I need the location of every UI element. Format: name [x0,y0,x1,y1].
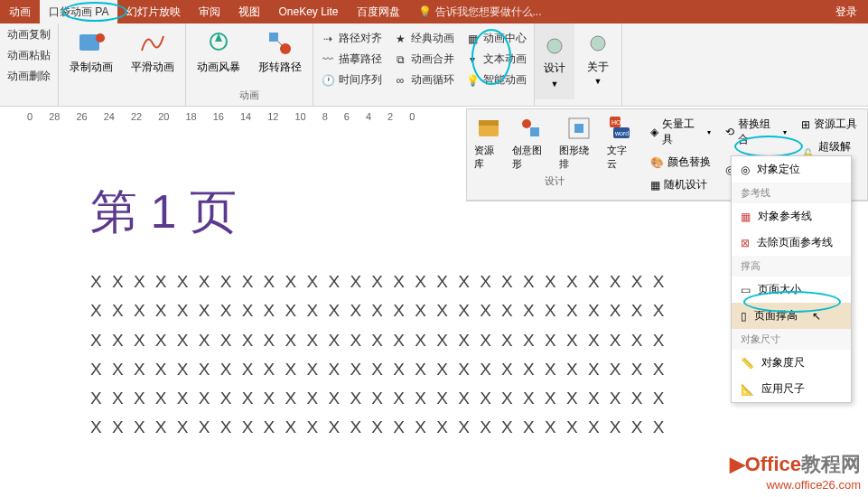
ruler-icon: 📐 [741,383,754,396]
dd-apply-ruler[interactable]: 📐应用尺子 [732,376,851,402]
circle-icon [583,29,612,58]
slide-body: X X X X X X X X X X X X X X X X X X X X … [90,326,777,355]
target-icon: ◎ [741,164,750,176]
replace-icon: ⟲ [725,126,734,138]
btn-storm-label: 动画风暴 [197,60,240,75]
btn-merge[interactable]: ⧉动画合并 [393,52,454,67]
grp-record: 录制动画 平滑动画 [59,23,186,106]
stretch-icon: ▯ [741,310,747,323]
chevron-down-icon: ▼ [551,80,559,89]
btn-design[interactable]: 设计 ▼ [535,23,574,99]
chevron-down-icon: ▾ [707,128,711,136]
btn-vector[interactable]: ◈矢量工具▾ [650,115,711,149]
text-icon: ▾ [465,52,480,67]
btn-smart[interactable]: 💡智能动画 [465,72,527,88]
dd-object-pos[interactable]: ◎对象定位 [732,156,851,183]
cursor-icon: ↖ [812,310,821,323]
storm-icon [204,29,233,58]
btn-smooth-label: 平滑动画 [131,60,174,75]
btn-path-label: 形转路径 [258,60,302,75]
trace-icon: 〰 [321,52,335,67]
svg-point-1 [96,33,105,42]
grp-tools: ⇢路径对齐 〰描摹路径 🕐时间序列 ★经典动画 ⧉动画合并 ∞动画循环 ▦动画中… [313,23,535,106]
tab-view[interactable]: 视图 [229,0,269,23]
btn-path-align[interactable]: ⇢路径对齐 [321,31,382,46]
btn-storm[interactable]: 动画风暴 [193,27,244,77]
svg-rect-10 [530,127,539,136]
dd-header-stretch: 撑高 [732,256,851,277]
random-icon: ▦ [650,179,660,192]
center-icon: ▦ [465,32,480,46]
btn-wordcloud[interactable]: HOTword文字云 [607,115,636,171]
wm-logo-icon: ▶ [730,453,745,475]
btn-resource[interactable]: ⊞资源工具 [801,115,857,134]
ruler-icon: 📏 [741,357,754,370]
btn-center[interactable]: ▦动画中心 [465,31,527,46]
btn-paste-anim[interactable]: 动画粘贴 [7,48,51,63]
align-icon: ⇢ [321,32,335,46]
btn-about[interactable]: 关于 ▼ [574,23,621,99]
slide-body: X X X X X X X X X X X X X X X X X X X X … [90,355,777,384]
svg-text:HOT: HOT [611,119,626,126]
palette-icon: 🎨 [650,156,664,169]
slide-body: X X X X X X X X X X X X X X X X X X X X … [90,413,777,442]
dd-remove-guides[interactable]: ⊠去除页面参考线 [732,230,851,256]
bulb-icon: 💡 [465,73,480,88]
btn-replace-combo[interactable]: ⟲替换组合▾ [725,115,787,149]
btn-trace[interactable]: 〰描摹路径 [321,52,382,67]
loop-icon: ∞ [393,73,407,88]
wrap-icon [565,115,593,142]
chevron-down-icon: ▾ [783,128,787,136]
bulb-icon: 💡 [418,5,432,18]
position-dropdown: ◎对象定位 参考线 ▦对象参考线 ⊠去除页面参考线 撑高 ▭页面大小 ▯页面撑高… [731,155,852,403]
grp-storm: 动画风暴 形转路径 动画 [186,23,313,106]
btn-color-replace[interactable]: 🎨颜色替换 [650,153,711,172]
dd-header-guides: 参考线 [732,183,851,203]
btn-about-label: 关于 [587,60,609,75]
btn-library[interactable]: 资源库 [474,115,503,171]
record-icon [77,29,106,58]
panel-label: 设计 [545,171,565,188]
btn-path[interactable]: 形转路径 [255,27,305,77]
btn-copy-anim[interactable]: 动画复制 [7,27,51,42]
vector-icon: ◈ [650,126,658,138]
login-link[interactable]: 登录 [835,5,868,20]
tab-onekey[interactable]: OneKey Lite [269,0,347,23]
btn-smooth[interactable]: 平滑动画 [127,27,178,77]
btn-text[interactable]: ▾文本动画 [465,52,527,67]
svg-point-6 [591,36,605,51]
wm-url: www.office26.com [730,478,861,492]
tab-pa[interactable]: 口袋动画 PA [40,0,117,23]
grid-icon: ⊞ [801,118,810,131]
btn-classic[interactable]: ★经典动画 [393,31,454,46]
btn-delete-anim[interactable]: 动画删除 [7,69,51,84]
tell-me[interactable]: 💡 告诉我您想要做什么... [418,5,542,20]
ribbon: 动画复制 动画粘贴 动画删除 录制动画 平滑动画 动画风暴 [0,23,868,107]
remove-icon: ⊠ [741,237,750,249]
dd-obj-guides[interactable]: ▦对象参考线 [732,203,851,230]
btn-record[interactable]: 录制动画 [66,27,117,77]
shapes-icon [518,115,545,142]
btn-wrap[interactable]: 图形绕排 [559,115,598,171]
svg-text:word: word [614,130,629,136]
dd-header-ruler: 对象尺寸 [732,329,851,350]
dd-page-size[interactable]: ▭页面大小 [732,277,851,303]
btn-random[interactable]: ▦随机设计 [650,175,707,194]
slide-canvas[interactable]: 第 1 页 X X X X X X X X X X X X X X X X X … [90,181,777,443]
dd-page-stretch[interactable]: ▯页面撑高↖ [732,303,851,329]
btn-loop[interactable]: ∞动画循环 [393,72,454,88]
dd-obj-ruler[interactable]: 📏对象度尺 [732,350,851,376]
slide-body: X X X X X X X X X X X X X X X X X X X X … [90,296,777,325]
slide-body: X X X X X X X X X X X X X X X X X X X X … [90,267,777,296]
watermark: ▶Office教程网 www.office26.com [730,451,861,492]
tab-baidu[interactable]: 百度网盘 [348,0,409,23]
tell-me-text: 告诉我您想要做什么... [435,5,542,20]
btn-timeline[interactable]: 🕐时间序列 [321,72,382,88]
svg-point-5 [547,39,562,53]
tab-review[interactable]: 审阅 [190,0,229,23]
tab-anim[interactable]: 动画 [0,0,40,23]
btn-creative[interactable]: 创意图形 [512,115,551,171]
page-icon: ▭ [741,284,751,296]
tab-slideshow[interactable]: 幻灯片放映 [117,0,190,23]
merge-icon: ⧉ [393,52,407,67]
